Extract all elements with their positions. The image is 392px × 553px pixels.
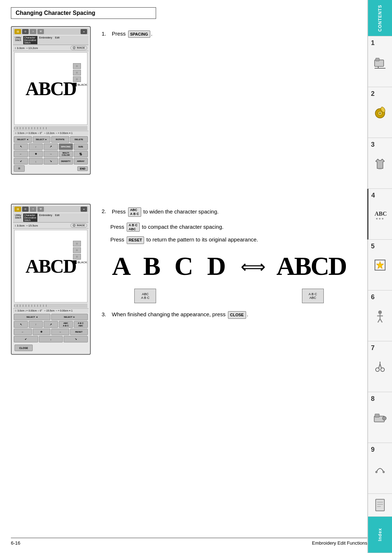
button-section-2: SELECT ◄ SELECT ► ↖ ↑ ↗ ABCA B C A B CAB… <box>13 313 89 353</box>
svg-line-17 <box>378 319 380 322</box>
p2-close-btn[interactable]: CLOSE <box>15 345 33 351</box>
size-btn[interactable]: SIZE <box>74 143 88 150</box>
delete-btn[interactable]: DELETE <box>70 136 88 143</box>
multi-color-btn[interactable]: MULTI COLOR <box>59 151 73 157</box>
menu-character-2[interactable]: CharacterDecorativeStitch <box>23 214 37 222</box>
menu-character[interactable]: CharacterDecorativeStitch <box>23 36 37 44</box>
down-left-btn[interactable]: ↙ <box>14 158 28 164</box>
array-btn[interactable]: ARRAY <box>74 158 88 164</box>
arrow-symbol-btn[interactable]: ⇅ <box>74 151 88 157</box>
folder-icon-2[interactable]: ▤ <box>15 207 21 212</box>
tab-3[interactable]: 3 <box>367 138 392 189</box>
p2-upright[interactable]: ↗ <box>44 321 58 328</box>
tool-btn-3b[interactable]: □ <box>73 254 81 260</box>
tool-btn-2[interactable]: □ <box>73 70 81 76</box>
disk-icon[interactable]: ⊙ <box>22 29 29 34</box>
menu-edit[interactable]: Edit <box>54 36 61 44</box>
select-prev-btn[interactable]: SELECT ◄ <box>14 136 32 143</box>
p2-downleft[interactable]: ↙ <box>14 336 38 342</box>
tab-7[interactable]: 7 <box>367 341 392 392</box>
p2-upleft[interactable]: ↖ <box>14 321 28 328</box>
p2-down[interactable]: ↓ <box>39 336 63 342</box>
menu-utility-2[interactable]: UtilityStitch <box>14 214 23 222</box>
p2-right[interactable]: → <box>51 329 69 335</box>
left-btn[interactable]: ← <box>14 151 28 157</box>
tool-btn-2b[interactable]: □ <box>73 247 81 253</box>
menu-edit-2[interactable]: Edit <box>54 214 61 222</box>
tab6-icon-area: 6 <box>368 290 392 341</box>
tab-6[interactable]: 6 <box>367 290 392 341</box>
p2-select-next[interactable]: SELECT ► <box>51 314 88 320</box>
tool-icon[interactable]: ⚒ <box>37 29 44 34</box>
tab4-number: 4 <box>371 192 375 199</box>
disk-icon-2[interactable]: ⊙ <box>22 207 29 212</box>
spacing-inline-btn[interactable]: SPACING <box>128 31 150 38</box>
compact-btn-inline[interactable]: A B CABC <box>127 223 140 232</box>
color-tool[interactable]: □ <box>73 63 81 69</box>
p2-widen-btn[interactable]: ABCA B C <box>59 321 73 328</box>
tool-icon-2[interactable]: ⚒ <box>37 207 44 212</box>
tab-8[interactable]: 8 <box>367 392 392 443</box>
contents-tab[interactable]: CONTENTS <box>367 0 392 36</box>
p2-reset-btn[interactable]: RESET <box>70 329 88 335</box>
up-right-btn[interactable]: ↗ <box>44 143 58 150</box>
up-btn[interactable]: ↑ <box>29 143 43 150</box>
index-tab[interactable]: Index <box>367 517 392 553</box>
p2-compact-btn[interactable]: A B CABC <box>74 321 88 328</box>
tab-9[interactable]: 9 <box>367 443 392 494</box>
image-badge-2[interactable]: 🔘 IMAGE <box>70 223 87 228</box>
btn-row4: ↙ ↓ ↘ DENSITY ARRAY <box>14 158 88 164</box>
rotate-btn[interactable]: ROTATE <box>51 136 69 143</box>
center-btn[interactable]: ⊕ <box>29 151 43 157</box>
reset-btn-inline[interactable]: RESET <box>127 236 144 244</box>
image-badge-1[interactable]: 🔘 IMAGE <box>70 46 87 50</box>
contents-label: CONTENTS <box>377 5 383 32</box>
size-text-2: ↕ 3.0cm ↔15.5cm <box>15 224 38 227</box>
rm2 <box>17 127 20 129</box>
question-icon[interactable]: ? <box>30 29 36 34</box>
svg-line-18 <box>380 319 382 322</box>
spacing-btn[interactable]: SPACING <box>59 143 73 150</box>
shirt-icon <box>373 156 387 171</box>
p2-center[interactable]: ⊕ <box>33 329 51 335</box>
wide-btn-icon[interactable]: ABCA B C <box>134 289 156 303</box>
p2-left[interactable]: ← <box>14 329 32 335</box>
tab-5[interactable]: 5 <box>367 240 392 290</box>
select-next-btn[interactable]: SELECT ► <box>33 136 51 143</box>
p2-downright[interactable]: ↘ <box>64 336 88 342</box>
compact-btn-text: A B CABC <box>309 292 317 300</box>
menu-utility[interactable]: UtilityStitch <box>14 36 23 44</box>
p2-select-row: SELECT ◄ SELECT ► <box>14 314 88 320</box>
widen-btn[interactable]: ABCA B C <box>128 207 141 217</box>
close-btn-inline[interactable]: CLOSE <box>228 311 246 319</box>
p2-up[interactable]: ↑ <box>29 321 43 328</box>
folder-icon[interactable]: ▤ <box>15 29 21 34</box>
step2-instructions: 2. Press ABCA B C to widen the character… <box>102 204 356 325</box>
color-tool-2[interactable]: □ <box>73 241 81 247</box>
step1-area: ▤ ⊙ ? ⚒ ≡ UtilityStitch CharacterDecorat… <box>11 26 356 175</box>
down-btn[interactable]: ↓ <box>29 158 43 164</box>
menu-embroidery-2[interactable]: Embroidery <box>38 214 53 222</box>
tab-4[interactable]: 4 ABC ✦✦✦ <box>367 189 392 240</box>
tool-btn-3[interactable]: □ <box>73 76 81 82</box>
list-icon-2[interactable]: ≡ <box>81 207 87 212</box>
tab-notes[interactable] <box>367 494 392 517</box>
tab2-number: 2 <box>371 90 375 98</box>
footer-right: Embroidery Edit Functions <box>312 540 367 546</box>
up-left-btn[interactable]: ↖ <box>14 143 28 150</box>
down-right-btn[interactable]: ↘ <box>44 158 58 164</box>
question-icon-2[interactable]: ? <box>30 207 36 212</box>
list-icon[interactable]: ≡ <box>81 29 87 34</box>
grid-btn[interactable]: ⊞ <box>14 165 25 172</box>
char-spaced: A B C D <box>112 251 229 281</box>
tab-1[interactable]: 1 <box>367 36 392 87</box>
density-btn[interactable]: DENSITY <box>59 158 73 164</box>
end-btn[interactable]: END <box>77 166 88 171</box>
panel-right-tools-1: □ □ □ BLACK <box>73 63 87 86</box>
scissors-icon <box>373 359 387 374</box>
menu-embroidery[interactable]: Embroidery <box>38 36 53 44</box>
tab-2[interactable]: 2 <box>367 87 392 138</box>
p2-select-prev[interactable]: SELECT ◄ <box>14 314 50 320</box>
compact-btn-icon[interactable]: A B CABC <box>302 289 324 303</box>
right-btn[interactable]: → <box>44 151 58 157</box>
